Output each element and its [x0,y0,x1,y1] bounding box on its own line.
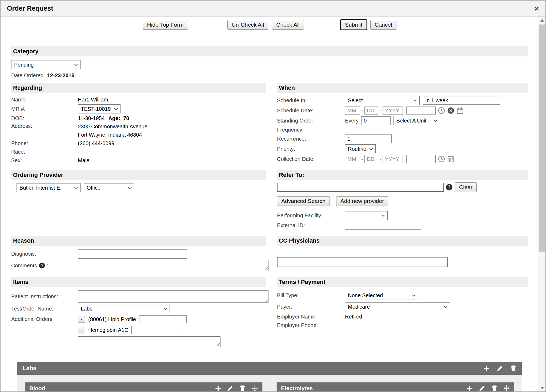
schedule-in-text-input[interactable] [423,96,500,105]
address-line2: Fort Wayne, Indiana 46804 [78,132,142,138]
cancel-button[interactable]: Cancel [370,20,396,30]
collection-date-month-input[interactable] [345,155,360,163]
priority-select[interactable]: Routine [345,144,376,153]
scroll-down-button[interactable] [539,384,545,391]
dialog-content: Hide Top Form Un-Check All Check All Sub… [1,17,539,391]
schedule-date-row: Schedule Date: - - [277,105,528,116]
recurrence-input[interactable] [345,134,392,143]
edit-icon[interactable] [497,365,503,371]
address-label: Address: [11,123,78,129]
unit-select-value: Select A Unit [396,118,426,124]
edit-icon[interactable] [227,385,234,391]
refer-to-section: Refer To: ? Clear Advanced Search Add ne… [277,170,528,230]
chevron-down-icon [128,187,132,189]
test-order-select[interactable]: Labs [78,304,170,313]
lab-group-header: Blood [25,382,262,391]
clear-button[interactable]: Clear [455,182,477,192]
add-icon[interactable] [215,385,221,391]
clear-date-icon[interactable] [447,107,454,114]
advanced-search-button[interactable]: Advanced Search [277,196,330,206]
schedule-date-label: Schedule Date: [277,108,345,114]
employer-name-label: Employer Name: [277,314,345,320]
additional-orders-textarea[interactable] [78,336,220,347]
schedule-date-day-input[interactable] [364,107,378,115]
uncheck-all-button[interactable]: Un-Check All [227,20,268,30]
add-icon[interactable] [483,365,490,371]
reason-section: Reason Diagnosis: Comments ? : [11,236,266,272]
standing-order-row: Standing Order Every Select A Unit [277,116,528,126]
provider-location-select[interactable]: Office [84,183,134,192]
close-icon[interactable]: × [534,4,539,13]
test-order-name-row: Test/Order Name: Labs [11,303,266,314]
dialog-title: Order Request [7,5,53,12]
priority-select-value: Routine [348,146,366,152]
refer-to-search-input[interactable] [277,183,444,192]
scrollbar-thumb[interactable] [539,24,545,252]
edit-icon[interactable] [479,385,485,391]
payer-select[interactable]: Medicare [345,302,450,311]
chevron-down-icon [433,120,437,122]
calendar-icon[interactable] [447,156,454,162]
add-icon[interactable] [467,385,473,391]
employer-phone-row: Employer Phone: [277,321,528,329]
scroll-up-button[interactable] [539,17,545,24]
schedule-date-month-input[interactable] [345,107,360,115]
chevron-down-icon [381,214,385,217]
external-id-input[interactable] [345,221,421,230]
chevron-down-icon [369,148,373,150]
name-label: Name: [11,97,78,103]
lab-group-electrolytes: Electrolytes Chloride [276,382,514,391]
comments-textarea[interactable] [78,260,268,271]
delete-icon[interactable] [491,385,497,391]
remove-order-button[interactable]: - [78,327,85,333]
performing-facility-select[interactable] [345,211,388,220]
category-section-header: Category [11,46,528,56]
bill-type-row: Bill Type: None Selected [277,289,528,301]
submit-button[interactable]: Submit [341,20,367,30]
schedule-in-select[interactable]: Select [345,96,420,105]
remove-order-button[interactable]: - [78,316,85,323]
add-new-provider-button[interactable]: Add new provider [336,196,388,206]
diagnosis-input[interactable] [78,249,187,259]
hide-top-form-button[interactable]: Hide Top Form [143,20,188,30]
help-icon[interactable]: ? [39,263,45,268]
ordering-provider-select-value: Butler, Internist E. [19,185,62,191]
ordering-provider-select[interactable]: Butler, Internist E. [17,183,81,192]
schedule-date-time-input[interactable] [406,107,436,115]
collection-date-year-input[interactable] [383,155,403,163]
calendar-icon[interactable] [457,107,464,114]
chevron-down-icon [444,306,448,308]
external-id-row: External ID: [277,220,528,230]
order-detail-input[interactable] [139,315,187,323]
move-icon[interactable] [252,385,258,391]
bill-type-select[interactable]: None Selected [345,291,418,300]
clock-icon[interactable] [438,107,445,114]
clock-icon[interactable] [438,156,445,162]
category-select-value: Pending [14,62,34,68]
performing-facility-label: Performing Facility: [277,213,345,219]
payer-select-value: Medicare [348,304,370,310]
dob-label: DOB: [11,115,78,121]
cc-physicians-input[interactable] [277,257,448,267]
items-section: Items Patient Instructions: Test/Order [11,277,266,348]
help-icon[interactable]: ? [446,184,452,190]
unit-select[interactable]: Select A Unit [393,116,440,125]
move-icon[interactable] [503,385,510,391]
check-all-button[interactable]: Check All [272,20,304,30]
cc-physicians-section: CC Physicians [277,236,528,272]
additional-orders-row: Additional Orders - (80061) Lipid Profil… [11,314,266,348]
diagnosis-row: Diagnosis: [11,248,266,259]
delete-icon[interactable] [510,365,516,371]
mr-select[interactable]: TEST-10019 [78,104,121,113]
collection-date-day-input[interactable] [364,155,378,163]
category-select[interactable]: Pending [11,60,81,69]
schedule-date-year-input[interactable] [383,107,403,115]
delete-icon[interactable] [239,385,246,391]
every-input[interactable] [361,116,391,125]
order-detail-input[interactable] [131,326,179,334]
vertical-scrollbar[interactable] [539,17,545,391]
collection-date-time-input[interactable] [406,155,436,163]
when-section-header: When [277,83,528,93]
patient-instructions-textarea[interactable] [78,290,268,303]
diagnosis-label: Diagnosis: [11,251,78,257]
